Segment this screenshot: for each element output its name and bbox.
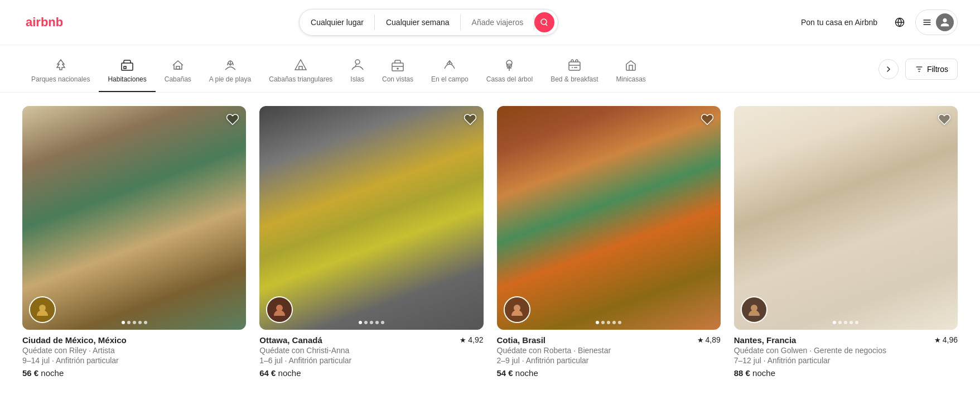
category-campo[interactable]: En el campo (422, 54, 477, 92)
logo-text: airbnb (26, 15, 63, 30)
host-photo (271, 301, 288, 318)
views-icon (391, 59, 404, 72)
category-label: A pie de playa (209, 75, 251, 83)
filters-button[interactable]: Filtros (905, 59, 958, 80)
rating-value: 4,89 (706, 335, 721, 344)
listing-image (22, 106, 246, 330)
listing-card[interactable]: Ciudad de México, México Quédate con Ril… (22, 106, 246, 378)
heart-icon (226, 113, 239, 126)
image-dots (122, 321, 147, 324)
star-icon: ★ (460, 336, 466, 344)
host-avatar (741, 296, 767, 323)
category-playa[interactable]: A pie de playa (200, 54, 260, 92)
location-segment[interactable]: Cualquier lugar (300, 9, 375, 35)
language-button[interactable] (889, 11, 911, 33)
category-next-button[interactable] (878, 59, 899, 79)
category-label: Bed & breakfast (551, 75, 598, 83)
category-arbol[interactable]: Casas del árbol (477, 54, 542, 92)
listing-card[interactable]: Nantes, Francia ★ 4,96 Quédate con Golwe… (734, 106, 958, 378)
listing-card[interactable]: Cotia, Brasil ★ 4,89 Quédate con Roberta… (497, 106, 721, 378)
minihouse-icon (624, 59, 638, 72)
wishlist-button[interactable] (938, 113, 951, 128)
listing-price: 54 € noche (497, 368, 721, 378)
image-dots (833, 321, 858, 324)
category-label: En el campo (431, 75, 469, 83)
category-label: Islas (350, 75, 364, 83)
listing-info: Nantes, Francia ★ 4,96 Quédate con Golwe… (734, 335, 958, 378)
category-label: Minicasas (616, 75, 646, 83)
star-icon: ★ (697, 336, 704, 344)
avatar (936, 13, 954, 31)
svg-point-3 (397, 68, 398, 69)
category-cabanas[interactable]: Cabañas (156, 54, 200, 92)
search-button[interactable] (534, 12, 554, 32)
heart-icon (938, 113, 951, 126)
room-photo (259, 106, 483, 330)
triangle-cabin-icon (294, 59, 307, 72)
rating-value: 4,92 (468, 335, 483, 344)
svg-rect-6 (569, 62, 580, 70)
listing-image (734, 106, 958, 330)
category-label: Habitaciones (108, 75, 146, 83)
filters-label: Filtros (927, 65, 948, 74)
search-icon (540, 18, 549, 27)
category-label: Parques nacionales (31, 75, 90, 83)
hamburger-icon (923, 18, 931, 27)
week-label: Cualquier semana (386, 18, 450, 27)
listing-location: Ciudad de México, México (22, 335, 127, 345)
category-parques[interactable]: Parques nacionales (22, 54, 99, 92)
image-dots (359, 321, 384, 324)
room-photo (734, 106, 958, 330)
room-photo (497, 106, 721, 330)
week-segment[interactable]: Cualquier semana (375, 9, 461, 35)
listing-dates: 9–14 jul · Anfitrión particular (22, 356, 246, 365)
room-photo (22, 106, 246, 330)
filter-icon (915, 65, 924, 74)
wishlist-button[interactable] (701, 113, 714, 128)
category-vistas[interactable]: Con vistas (373, 54, 422, 92)
host-avatar (29, 296, 56, 323)
right-nav: Pon tu casa en Airbnb (794, 9, 958, 35)
logo[interactable]: airbnb (22, 15, 63, 30)
globe-icon (895, 17, 905, 27)
svg-rect-2 (392, 63, 403, 71)
category-triangulares[interactable]: Cabañas triangulares (260, 54, 341, 92)
island-icon (351, 59, 364, 72)
listing-info: Cotia, Brasil ★ 4,89 Quédate con Roberta… (497, 335, 721, 378)
host-photo (509, 301, 525, 318)
host-avatar (504, 296, 530, 323)
listing-price: 64 € noche (259, 368, 483, 378)
listings-grid: Ciudad de México, México Quédate con Ril… (0, 93, 980, 391)
bnb-icon (568, 59, 581, 72)
header: airbnb Cualquier lugar Cualquier semana … (0, 0, 980, 45)
category-nav: Parques nacionales Habitaciones Cabañas (0, 45, 980, 93)
listing-dates: 7–12 jul · Anfitrión particular (734, 356, 958, 365)
listing-card[interactable]: Ottawa, Canadá ★ 4,92 Quédate con Christ… (259, 106, 483, 378)
listing-image (259, 106, 483, 330)
listing-rating: ★ 4,96 (934, 335, 958, 344)
location-label: Cualquier lugar (311, 18, 364, 27)
treehouse-icon (503, 59, 516, 72)
listing-location: Ottawa, Canadá (259, 335, 322, 345)
field-icon (443, 59, 456, 72)
travelers-segment[interactable]: Añade viajeros (461, 9, 535, 35)
category-minicasas[interactable]: Minicasas (607, 54, 655, 92)
listing-rating: ★ 4,92 (460, 335, 483, 344)
listing-location: Nantes, Francia (734, 335, 796, 345)
listing-host: Quédate con Christi-Anna (259, 346, 483, 355)
category-islas[interactable]: Islas (341, 54, 373, 92)
host-link[interactable]: Pon tu casa en Airbnb (794, 13, 884, 31)
listing-host: Quédate con Golwen · Gerente de negocios (734, 346, 958, 355)
park-icon (54, 59, 67, 72)
wishlist-button[interactable] (464, 113, 477, 128)
wishlist-button[interactable] (226, 113, 239, 128)
category-label: Cabañas triangulares (269, 75, 332, 83)
heart-icon (464, 113, 477, 126)
category-bnb[interactable]: Bed & breakfast (542, 54, 607, 92)
room-icon (120, 59, 134, 72)
user-menu[interactable] (915, 9, 958, 35)
category-habitaciones[interactable]: Habitaciones (99, 54, 155, 92)
heart-icon (701, 113, 714, 126)
rating-value: 4,96 (943, 335, 958, 344)
cabin-icon (171, 59, 185, 72)
